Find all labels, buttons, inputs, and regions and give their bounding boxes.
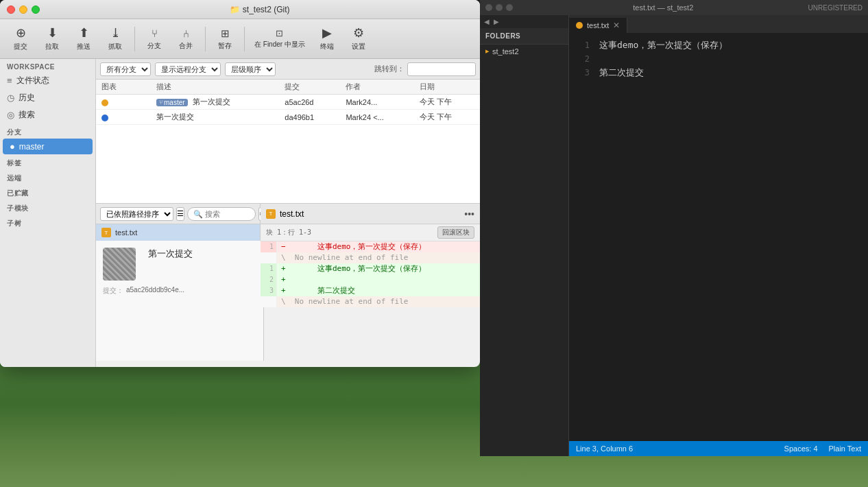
commit-row-1[interactable]: 第一次提交 da496b1 Mark24 <... 今天 下午 (96, 110, 480, 125)
diff-line-nochange-2: \ No newline at end of file (261, 296, 480, 307)
finder-label: 在 Finder 中显示 (254, 40, 305, 49)
search-icon: ◎ (7, 110, 14, 120)
finder-icon: ⊡ (276, 28, 283, 39)
diff-hunk-header: 块 1：行 1-3 回滚区块 (261, 224, 480, 241)
folders-header: FOLDERS (480, 28, 568, 45)
show-remote-select[interactable]: 显示远程分支 (155, 62, 221, 76)
remote-header: 远端 (0, 169, 95, 185)
editor-status-bar: Line 3, Column 6 Spaces: 4 Plain Text (569, 441, 868, 456)
diff-line-content: + (277, 274, 480, 285)
diff-line-num: 1 (261, 263, 277, 274)
master-branch-icon: ● (10, 141, 15, 152)
diff-line-num: 3 (261, 285, 277, 296)
commit-icon: ⊕ (16, 26, 26, 41)
fetch-button[interactable]: ⤓ 抓取 (100, 23, 130, 55)
list-view-button[interactable]: ☰ (176, 207, 184, 221)
folder-nav-back[interactable]: ◀ (483, 16, 491, 27)
fetch-label: 抓取 (108, 42, 122, 51)
diff-line-num: 2 (261, 274, 277, 285)
folder-name: st_test2 (492, 47, 519, 56)
maximize-button[interactable] (32, 5, 40, 14)
editor-tab-bar: test.txt ✕ (569, 15, 868, 33)
diff-line-removed-1: 1 − 这事demo，第一次提交（保存） (261, 241, 480, 252)
tab-filename: test.txt (587, 21, 609, 29)
file-name: test.txt (115, 228, 137, 237)
sort-by-path-select[interactable]: 已依照路径排序 (100, 207, 173, 221)
file-search-input[interactable] (187, 207, 256, 221)
settings-button[interactable]: ⚙ 设置 (343, 23, 374, 55)
status-right: Spaces: 4 Plain Text (784, 444, 861, 453)
branch-label-master: ⑂ master (156, 99, 188, 106)
editor-maximize[interactable] (506, 4, 513, 11)
hunk-label: 块 1：行 1-3 (266, 228, 311, 237)
stash-label: 暂存 (218, 41, 232, 51)
close-button[interactable] (7, 5, 15, 14)
commit-row-0[interactable]: ⑂ master 第一次提交 a5ac26d Mark24... 今天 下午 (96, 95, 480, 110)
status-spaces: Spaces: 4 (784, 444, 818, 453)
commit-hash-1: da496b1 (279, 110, 340, 125)
commit-dot-1 (101, 115, 108, 121)
branch-button[interactable]: ⑂ 分支 (139, 25, 169, 54)
file-item-test-txt[interactable]: T test.txt (96, 224, 260, 241)
col-date: 日期 (414, 80, 480, 95)
all-branches-select[interactable]: 所有分支 (100, 62, 151, 76)
code-area[interactable]: 1 这事demo，第一次提交（保存） 2 3 第二次提交 (569, 33, 868, 441)
file-type-icon: T (101, 228, 111, 237)
branch-icon: ⑂ (152, 27, 158, 40)
diff-filename: test.txt (280, 209, 460, 219)
folder-item-st-test2[interactable]: ▸ st_test2 (480, 45, 568, 58)
merge-button[interactable]: ⑃ 合并 (171, 25, 201, 54)
file-status-icon: ≡ (7, 75, 12, 86)
diff-more-button[interactable]: ••• (464, 209, 474, 219)
diff-header: T test.txt ••• (261, 204, 480, 224)
sidebar-item-file-status[interactable]: ≡ 文件状态 (0, 72, 95, 89)
stash-icon: ⊞ (221, 27, 230, 40)
folder-nav: ◀ ▶ (480, 15, 568, 28)
description-cell-1: 第一次提交 (151, 110, 279, 125)
commit-author-0: Mark24... (340, 95, 414, 110)
line-number-3: 3 (569, 66, 596, 80)
pull-button[interactable]: ⬇ 拉取 (37, 23, 67, 55)
diff-line-content: − 这事demo，第一次提交（保存） (277, 241, 480, 252)
sidebar-item-search[interactable]: ◎ 搜索 (0, 106, 95, 123)
diff-line-content: \ No newline at end of file (277, 296, 480, 307)
hash-label: 提交： (103, 286, 123, 296)
stash-button[interactable]: ⊞ 暂存 (210, 25, 240, 54)
graph-cell-0 (96, 95, 151, 110)
code-line-1: 1 这事demo，第一次提交（保存） (569, 38, 868, 52)
sort-select[interactable]: 层级顺序 (225, 62, 276, 76)
col-description: 描述 (151, 80, 279, 95)
commit-hash-row: 提交： a5ac26dddb9c4e... (103, 286, 256, 296)
diff-line-added-2: 2 + (261, 274, 480, 285)
sidebar-item-master[interactable]: ● master (3, 139, 93, 154)
stash-header: 已贮藏 (0, 185, 95, 200)
editor-close[interactable] (485, 4, 492, 11)
jump-to-input[interactable] (407, 62, 476, 76)
editor-main: ◀ ▶ FOLDERS ▸ st_test2 test.txt ✕ (480, 15, 868, 456)
folder-nav-forward[interactable]: ▶ (492, 16, 501, 27)
commit-button[interactable]: ⊕ 提交 (5, 23, 36, 55)
terminal-button[interactable]: ▶ 终端 (312, 23, 342, 55)
settings-label: 设置 (352, 42, 365, 51)
branch-icon-master: ⑂ (159, 99, 162, 106)
diff-panel: T test.txt ••• 块 1：行 1-3 回滚区块 1 − 这事demo… (261, 204, 480, 361)
editor-minimize[interactable] (496, 4, 503, 11)
push-button[interactable]: ⬆ 推送 (69, 23, 99, 55)
diff-line-added-1: 1 + 这事demo，第一次提交（保存） (261, 263, 480, 274)
minimize-button[interactable] (19, 5, 27, 14)
editor-tab-test-txt[interactable]: test.txt ✕ (569, 18, 627, 33)
branch-label: 分支 (147, 41, 161, 51)
branches-header: 分支 (0, 123, 95, 139)
lower-panel: 已依照路径排序 ☰ ⚙▾ T test.txt (96, 203, 480, 361)
diff-line-added-3: 3 + 第二次提交 (261, 285, 480, 296)
sidebar-item-history[interactable]: ◷ 历史 (0, 89, 95, 106)
diff-line-num (261, 252, 277, 263)
commit-message: 第一次提交 (148, 248, 193, 260)
revert-button[interactable]: 回滚区块 (437, 226, 474, 239)
finder-button[interactable]: ⊡ 在 Finder 中显示 (249, 25, 311, 53)
tab-file-icon (576, 22, 583, 29)
close-tab-button[interactable]: ✕ (613, 21, 620, 30)
merge-label: 合并 (179, 41, 193, 51)
sidebar-item-label: 历史 (19, 92, 35, 104)
graph-area[interactable]: 图表 描述 提交 作者 日期 (96, 80, 480, 203)
